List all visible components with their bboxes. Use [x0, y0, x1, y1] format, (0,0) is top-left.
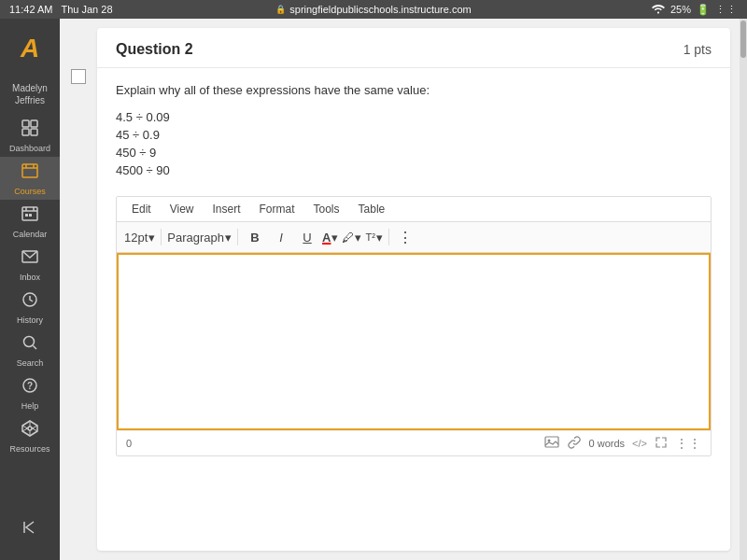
- resources-label: Resources: [9, 444, 49, 454]
- dashboard-icon: [21, 119, 39, 142]
- status-bar: 11:42 AM Thu Jan 28 🔒 springfieldpublics…: [0, 0, 747, 19]
- editor-statusbar: 0: [117, 430, 711, 455]
- scroll-thumb: [740, 21, 746, 58]
- paragraph-style-arrow: ▾: [225, 231, 232, 245]
- status-url: 🔒 springfieldpublicschools.instructure.c…: [275, 4, 471, 15]
- svg-rect-12: [25, 214, 28, 217]
- editor-toolbar: 12pt ▾ Paragraph ▾ B I U: [117, 222, 711, 253]
- svg-rect-13: [29, 214, 32, 217]
- question-title: Question 2: [116, 41, 193, 58]
- battery-icon: 🔋: [697, 4, 710, 16]
- sidebar-item-calendar[interactable]: Calendar: [0, 200, 60, 243]
- font-size-arrow: ▾: [148, 231, 155, 245]
- svg-rect-3: [31, 129, 37, 135]
- sidebar-item-search[interactable]: Search: [0, 329, 60, 371]
- menu-edit[interactable]: Edit: [132, 203, 151, 216]
- dashboard-label: Dashboard: [9, 144, 50, 153]
- svg-rect-4: [22, 164, 37, 177]
- svg-point-21: [28, 427, 32, 430]
- content-area: Question 2 1 pts Explain why all of thes…: [60, 19, 747, 560]
- menu-view[interactable]: View: [170, 203, 194, 216]
- menu-format[interactable]: Format: [260, 203, 295, 216]
- expression-3: 450 ÷ 9: [116, 146, 712, 160]
- svg-rect-0: [22, 120, 29, 127]
- sidebar-item-inbox[interactable]: Inbox: [0, 243, 60, 286]
- resources-icon: [21, 419, 39, 442]
- history-icon: [21, 290, 39, 314]
- sidebar-item-courses[interactable]: Courses: [0, 157, 60, 200]
- font-size-value: 12pt: [124, 231, 148, 245]
- user-name: Dashboard MadelynJeffries: [8, 78, 51, 114]
- more-options-button[interactable]: ⋮: [395, 226, 417, 248]
- toolbar-divider-3: [388, 229, 389, 245]
- status-indicators: 25% 🔋 ⋮⋮: [652, 3, 738, 16]
- editor-status-icons: 0 words </> ⋮⋮: [544, 435, 701, 452]
- checkbox-column: [60, 19, 97, 560]
- question-header: Question 2 1 pts: [97, 28, 730, 68]
- font-color-arrow: ▾: [331, 231, 338, 245]
- bold-button[interactable]: B: [244, 226, 266, 248]
- more-toolbar-icon[interactable]: ⋮⋮: [675, 436, 701, 451]
- paragraph-style-select[interactable]: Paragraph ▾: [167, 231, 232, 245]
- expand-icon[interactable]: [655, 436, 668, 451]
- link-toolbar-icon[interactable]: [567, 435, 582, 452]
- app-logo[interactable]: A: [0, 19, 60, 78]
- question-prompt: Explain why all of these expressions hav…: [116, 83, 712, 97]
- menu-table[interactable]: Table: [359, 203, 386, 216]
- expression-4: 4500 ÷ 90: [116, 163, 712, 177]
- svg-rect-1: [31, 120, 37, 127]
- sidebar-item-dashboard[interactable]: Dashboard: [0, 114, 60, 157]
- sidebar-item-help[interactable]: ? Help: [0, 371, 60, 414]
- code-view-icon[interactable]: </>: [632, 438, 647, 449]
- highlight-button[interactable]: 🖊 ▾: [342, 231, 361, 245]
- editor-menubar: Edit View Insert Format Tools Table: [117, 197, 711, 222]
- paragraph-style-value: Paragraph: [167, 231, 224, 245]
- search-icon: [21, 333, 39, 357]
- scrollbar[interactable]: [740, 19, 747, 560]
- wifi-icon: [652, 3, 665, 16]
- italic-button[interactable]: I: [270, 226, 292, 248]
- superscript-icon: T²: [365, 231, 374, 243]
- sidebar-item-back[interactable]: [0, 508, 60, 551]
- rich-text-editor[interactable]: Edit View Insert Format Tools Table 12pt…: [116, 196, 712, 456]
- menu-insert[interactable]: Insert: [212, 203, 240, 216]
- word-count: 0 words: [589, 438, 626, 449]
- editor-text-area[interactable]: [117, 253, 711, 430]
- underline-button[interactable]: U: [296, 226, 318, 248]
- image-toolbar-icon[interactable]: [544, 435, 559, 452]
- expression-2: 45 ÷ 0.9: [116, 128, 712, 142]
- calendar-icon: [21, 204, 39, 228]
- history-label: History: [17, 315, 43, 325]
- question-body: Explain why all of these expressions hav…: [97, 68, 730, 196]
- inbox-icon: [21, 247, 39, 271]
- svg-line-17: [34, 345, 37, 349]
- battery-indicator: 25%: [670, 4, 691, 15]
- search-label: Search: [17, 358, 44, 368]
- superscript-button[interactable]: T² ▾: [365, 231, 382, 245]
- svg-point-30: [547, 440, 550, 442]
- sidebar-item-history[interactable]: History: [0, 286, 60, 329]
- courses-label: Courses: [14, 187, 46, 196]
- sidebar: A Dashboard MadelynJeffries Dashboard: [0, 19, 60, 560]
- question-panel: Question 2 1 pts Explain why all of thes…: [97, 28, 730, 551]
- highlight-icon: 🖊: [342, 231, 354, 245]
- courses-icon: [21, 161, 39, 185]
- back-icon: [21, 518, 39, 541]
- question-points: 1 pts: [684, 42, 712, 57]
- svg-rect-2: [22, 129, 29, 135]
- inbox-label: Inbox: [20, 273, 40, 282]
- font-size-select[interactable]: 12pt ▾: [124, 231, 155, 245]
- menu-tools[interactable]: Tools: [314, 203, 340, 216]
- svg-line-26: [22, 427, 28, 431]
- more-dots: ⋮⋮: [715, 4, 738, 16]
- font-color-button[interactable]: A ▾: [322, 231, 338, 245]
- sidebar-item-resources[interactable]: Resources: [0, 414, 60, 457]
- superscript-arrow: ▾: [376, 231, 383, 245]
- svg-line-27: [32, 426, 37, 429]
- question-checkbox[interactable]: [71, 69, 86, 84]
- expression-1: 4.5 ÷ 0.09: [116, 110, 712, 124]
- status-time: 11:42 AM Thu Jan 28: [9, 4, 113, 15]
- svg-text:?: ?: [27, 381, 33, 391]
- help-icon: ?: [21, 376, 39, 399]
- highlight-arrow: ▾: [355, 231, 361, 245]
